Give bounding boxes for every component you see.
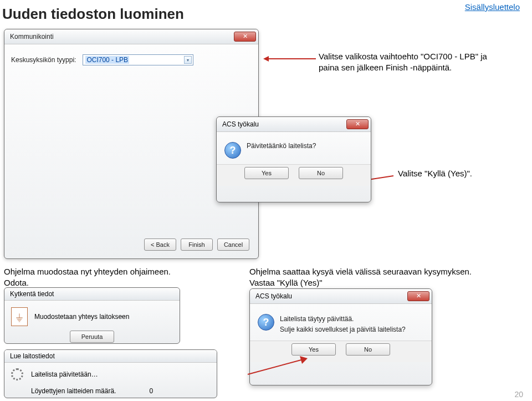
yes-button[interactable]: Yes <box>244 167 289 179</box>
chevron-down-icon: ▾ <box>184 56 192 64</box>
dialog-title: Lue laitostiedot <box>4 350 217 363</box>
central-unit-type-select[interactable]: OCI700 - LPB ▾ <box>83 54 193 65</box>
dialog-acs-tool-1: ACS työkalu ✕ ? Päivitetäänkö laitelista… <box>216 116 371 202</box>
dialog-title: Kommunikointi <box>10 33 54 40</box>
field-label: Keskusyksikön tyyppi: <box>11 56 76 64</box>
cancel-button[interactable]: Cancel <box>217 238 249 251</box>
found-devices-label: Löydettyjen laitteiden määrä. <box>31 387 116 395</box>
dialog-message-line: Laitelista täytyy päivittää. <box>280 314 406 324</box>
instruction-text: Ohjelma muodostaa nyt yhteyden ohjaimeen… <box>4 266 171 288</box>
close-button[interactable]: ✕ <box>234 32 256 42</box>
toc-link[interactable]: Sisällysluettelo <box>465 2 520 12</box>
cancel-button[interactable]: Peruuta <box>70 331 114 343</box>
svg-line-2 <box>248 359 303 374</box>
close-button[interactable]: ✕ <box>346 119 369 129</box>
dialog-message: Muodostetaan yhteys laitokseen <box>34 313 129 321</box>
no-button[interactable]: No <box>346 343 390 356</box>
dialog-read-plant-data: Lue laitostiedot Laitelista päivitetään…… <box>4 349 217 398</box>
dialog-message: Päivitetäänkö laitelista? <box>247 142 316 150</box>
dialog-connection-info: Kytkentä tiedot ⏚ Muodostetaan yhteys la… <box>4 287 180 344</box>
page-title: Uuden tiedoston luominen <box>2 6 184 23</box>
select-value: OCI700 - LPB <box>85 56 129 64</box>
no-button[interactable]: No <box>299 167 343 179</box>
finish-button[interactable]: Finish <box>181 238 213 251</box>
dialog-message-line: Sulje kaikki sovellukset ja päivitä lait… <box>280 324 406 335</box>
caption-line: Ohjelma muodostaa nyt yhteyden ohjaimeen… <box>4 267 171 276</box>
close-button[interactable]: ✕ <box>407 291 429 301</box>
question-icon: ? <box>258 314 274 331</box>
svg-marker-3 <box>300 356 308 364</box>
found-devices-value: 0 <box>149 387 153 395</box>
caption-line: Odota. <box>4 278 29 287</box>
spinner-icon <box>11 368 23 380</box>
instruction-text: Ohjelma saattaa kysyä vielä välissä seur… <box>249 266 488 288</box>
status-line: Laitelista päivitetään… <box>31 370 98 378</box>
back-button[interactable]: < Back <box>144 238 176 251</box>
pointer-arrow-icon <box>242 355 303 372</box>
plug-icon: ⏚ <box>11 307 28 326</box>
titlebar: Kommunikointi ✕ <box>4 29 258 44</box>
dialog-title: ACS työkalu <box>255 292 292 300</box>
question-icon: ? <box>224 142 241 159</box>
yes-button[interactable]: Yes <box>291 343 336 356</box>
instruction-text: Valitse valikosta vaihtoehto "OCI700 - L… <box>319 51 490 73</box>
instruction-text: Valitse "Kyllä (Yes)". <box>398 169 472 178</box>
dialog-title: Kytkentä tiedot <box>10 290 54 298</box>
pointer-arrow-icon <box>263 58 316 59</box>
dialog-title: ACS työkalu <box>222 120 259 128</box>
page-number: 20 <box>514 390 523 399</box>
